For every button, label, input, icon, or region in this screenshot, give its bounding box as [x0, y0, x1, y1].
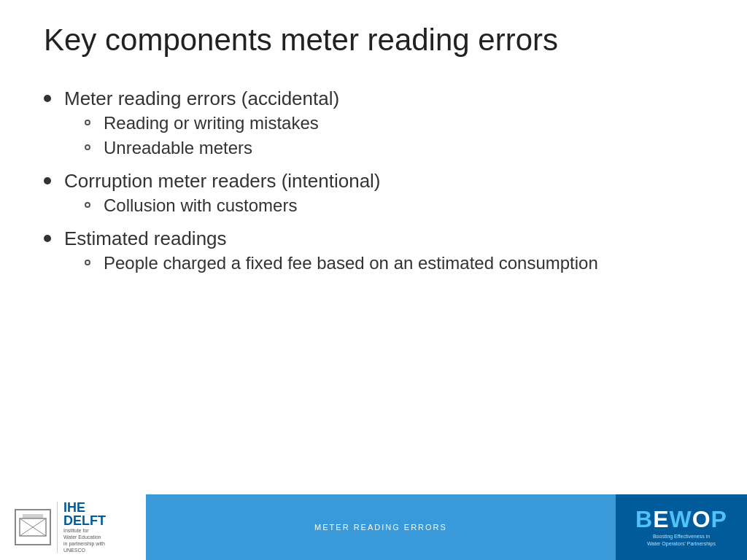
sub-bullet-text: Unreadable meters — [104, 138, 252, 158]
bewop-logo: BEWOP Boosting Effectiveness in Water Op… — [635, 508, 727, 548]
bewop-p: P — [711, 506, 727, 532]
footer-left: IHE DELFT Institute for Water Education … — [0, 494, 146, 560]
bullet-text: Corruption meter readers (intentional) — [64, 170, 381, 192]
sub-bullet-text: Reading or writing mistakes — [104, 113, 319, 133]
bewop-subtitle-line2: Water Operators' Partnerships — [647, 541, 716, 546]
list-item: Meter reading errors (accidental) Readin… — [44, 88, 703, 163]
bullet-list: Meter reading errors (accidental) Readin… — [44, 88, 703, 278]
sub-bullet-icon — [85, 202, 90, 208]
slide-content: Key components meter reading errors Mete… — [0, 0, 747, 494]
footer-divider — [57, 502, 58, 553]
sub-bullet-icon — [85, 120, 90, 125]
slide-footer: IHE DELFT Institute for Water Education … — [0, 494, 747, 560]
svg-rect-5 — [23, 514, 43, 518]
bullet-text: Meter reading errors (accidental) — [64, 88, 339, 109]
sub-bullet-icon — [85, 260, 90, 265]
ihe-water: Water Education — [63, 534, 122, 540]
ihe-institute: Institute for — [63, 527, 122, 534]
slide-title: Key components meter reading errors — [44, 22, 703, 58]
ihe-partnership: in partnership with UNESCO — [63, 540, 122, 553]
sub-list: People charged a fixed fee based on an e… — [85, 253, 598, 273]
bewop-w: W — [670, 506, 692, 532]
svg-line-4 — [33, 527, 46, 536]
bewop-o: O — [692, 506, 711, 532]
sub-list-item: Collusion with customers — [85, 195, 381, 216]
list-item: Corruption meter readers (intentional) C… — [44, 170, 703, 220]
bewop-e: E — [653, 506, 669, 532]
sub-list-item: Unreadable meters — [85, 138, 339, 158]
sub-bullet-icon — [85, 144, 90, 150]
sub-list-item: Reading or writing mistakes — [85, 113, 339, 133]
slide: Key components meter reading errors Mete… — [0, 0, 747, 560]
svg-line-3 — [20, 527, 33, 536]
bullet-text: Estimated readings — [64, 228, 227, 249]
sub-bullet-text: People charged a fixed fee based on an e… — [104, 253, 598, 273]
sub-list-item: People charged a fixed fee based on an e… — [85, 253, 598, 273]
sub-bullet-text: Collusion with customers — [104, 195, 297, 216]
bewop-subtitle: Boosting Effectiveness in Water Operator… — [647, 533, 716, 548]
svg-line-1 — [20, 518, 33, 527]
bewop-subtitle-line1: Boosting Effectiveness in — [653, 534, 710, 539]
ihe-logo: IHE DELFT Institute for Water Education … — [15, 501, 122, 553]
footer-center-text: METER READING ERRORS — [314, 523, 447, 532]
ihe-label: IHE — [63, 501, 122, 514]
sub-list: Reading or writing mistakes Unreadable m… — [85, 113, 339, 158]
delft-label: DELFT — [63, 514, 122, 527]
unesco-icon — [15, 509, 51, 545]
bullet-icon — [44, 177, 51, 184]
list-item: Estimated readings People charged a fixe… — [44, 228, 703, 278]
sub-list: Collusion with customers — [85, 195, 381, 216]
bewop-text: BEWOP — [635, 508, 727, 531]
bewop-b: B — [635, 506, 653, 532]
footer-center: METER READING ERRORS — [146, 494, 616, 560]
ihe-text-block: IHE DELFT Institute for Water Education … — [63, 501, 122, 553]
svg-line-2 — [33, 518, 46, 527]
bullet-icon — [44, 235, 51, 242]
bullet-icon — [44, 95, 51, 102]
footer-right: BEWOP Boosting Effectiveness in Water Op… — [616, 494, 747, 560]
